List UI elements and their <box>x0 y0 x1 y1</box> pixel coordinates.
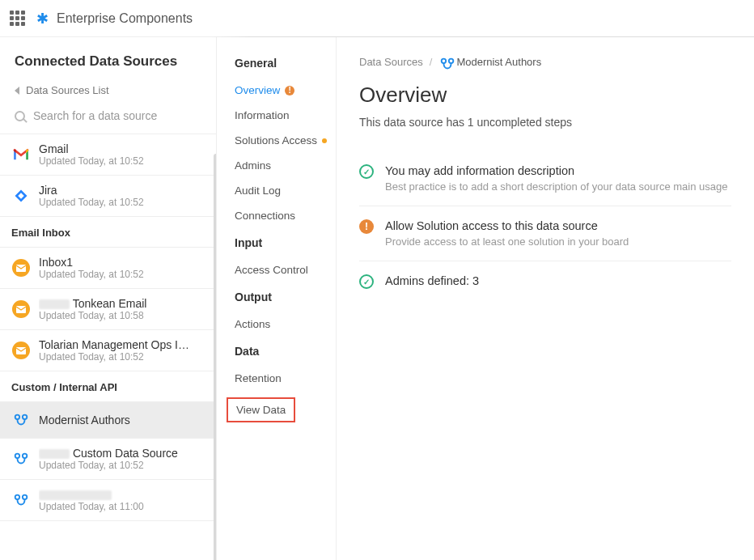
nav-overview[interactable]: Overview ! <box>235 78 336 103</box>
warning-badge-icon: ! <box>285 86 294 95</box>
content: Data Sources / Modernist Authors Overvie… <box>337 37 754 560</box>
breadcrumb-root[interactable]: Data Sources <box>359 56 423 68</box>
search-row <box>0 104 216 134</box>
ds-item-meta: Updated Today, at 10:52 <box>39 197 144 208</box>
check-icon <box>359 164 374 179</box>
nav-view-data[interactable]: View Data <box>235 391 336 429</box>
back-link[interactable]: Data Sources List <box>0 79 216 104</box>
page-title: Overview <box>359 83 731 108</box>
nav-information[interactable]: Information <box>235 103 336 128</box>
chevron-left-icon <box>15 87 19 95</box>
left-sidebar: Connected Data Sources Data Sources List… <box>0 37 217 560</box>
ds-item-meta: Updated Today, at 10:52 <box>39 155 144 167</box>
nav-solutions-access[interactable]: Solutions Access <box>235 128 336 153</box>
ds-item-name: Gmail <box>39 142 144 155</box>
step-title: You may add information description <box>385 164 727 177</box>
step-desc: Provide access to at least one solution … <box>385 235 629 248</box>
ds-item-inbox1[interactable]: Inbox1 Updated Today, at 10:52 <box>0 248 216 289</box>
nav-audit-log[interactable]: Audit Log <box>235 178 336 203</box>
svg-point-4 <box>23 415 28 420</box>
svg-point-9 <box>442 59 447 64</box>
ds-item-name: Custom Data Source <box>39 447 178 460</box>
svg-point-3 <box>15 415 20 420</box>
api-icon <box>438 55 451 68</box>
redacted-text <box>39 449 70 459</box>
breadcrumb-current: Modernist Authors <box>456 56 541 68</box>
topbar: ✱ Enterprise Components <box>0 0 754 37</box>
ds-item-meta: Updated Today, at 10:52 <box>39 460 178 471</box>
ds-item-name: Tonkean Email <box>39 297 146 310</box>
nav-section-data: Data <box>235 345 336 358</box>
api-icon <box>11 410 31 430</box>
nav-retention[interactable]: Retention <box>235 366 336 391</box>
nav-section-general: General <box>235 57 336 70</box>
group-email-inbox: Email Inbox <box>0 217 216 248</box>
dot-badge-icon <box>322 138 327 143</box>
svg-point-5 <box>15 454 20 459</box>
back-link-label: Data Sources List <box>26 84 109 96</box>
scrollbar[interactable] <box>214 76 217 560</box>
ds-item-name: Jira <box>39 184 144 197</box>
ds-item-tonkean-email[interactable]: Tonkean Email Updated Today, at 10:58 <box>0 289 216 330</box>
page-subtitle: This data source has 1 uncompleted steps <box>359 116 731 129</box>
nav-section-input: Input <box>235 236 336 249</box>
secondary-nav: General Overview ! Information Solutions… <box>217 37 337 560</box>
ds-item-name <box>39 488 144 501</box>
search-icon <box>15 111 25 121</box>
check-icon <box>359 274 374 289</box>
jira-icon <box>11 186 31 206</box>
api-icon <box>11 490 31 510</box>
mail-icon <box>11 258 31 278</box>
ds-item-name: Inbox1 <box>39 256 144 269</box>
nav-admins[interactable]: Admins <box>235 153 336 178</box>
ds-item-gmail[interactable]: Gmail Updated Today, at 10:52 <box>0 134 216 176</box>
step-admins-defined[interactable]: Admins defined: 3 <box>359 261 731 303</box>
ds-item-redacted[interactable]: Updated Today, at 11:00 <box>0 480 216 521</box>
svg-point-7 <box>15 495 20 500</box>
sidebar-title: Connected Data Sources <box>0 37 216 79</box>
search-input[interactable] <box>33 109 201 122</box>
ds-item-modernist-authors[interactable]: Modernist Authors <box>0 402 216 439</box>
group-custom-api: Custom / Internal API <box>0 371 216 402</box>
nav-access-control[interactable]: Access Control <box>235 257 336 282</box>
ds-item-name: Tolarian Management Ops I… <box>39 338 189 351</box>
breadcrumb: Data Sources / Modernist Authors <box>359 55 731 68</box>
step-title: Allow Solution access to this data sourc… <box>385 219 629 232</box>
svg-point-6 <box>23 454 28 459</box>
redacted-text <box>39 490 112 500</box>
nav-section-output: Output <box>235 291 336 303</box>
ds-item-custom-data-source[interactable]: Custom Data Source Updated Today, at 10:… <box>0 439 216 480</box>
breadcrumb-separator: / <box>430 56 433 68</box>
mail-icon <box>11 299 31 319</box>
api-icon <box>11 449 31 469</box>
ds-item-meta: Updated Today, at 10:52 <box>39 269 144 280</box>
warning-icon <box>359 219 374 234</box>
svg-point-10 <box>449 59 454 64</box>
ds-item-tolarian[interactable]: Tolarian Management Ops I… Updated Today… <box>0 330 216 371</box>
step-info-description[interactable]: You may add information description Best… <box>359 151 731 206</box>
nav-connections[interactable]: Connections <box>235 203 336 228</box>
ds-item-name: Modernist Authors <box>39 414 130 426</box>
step-solution-access[interactable]: Allow Solution access to this data sourc… <box>359 206 731 261</box>
ds-item-jira[interactable]: Jira Updated Today, at 10:52 <box>0 176 216 217</box>
ds-item-meta: Updated Today, at 11:00 <box>39 501 144 512</box>
step-title: Admins defined: 3 <box>385 274 479 287</box>
ds-item-meta: Updated Today, at 10:52 <box>39 351 189 363</box>
ds-item-meta: Updated Today, at 10:58 <box>39 310 146 321</box>
app-title: Enterprise Components <box>57 11 193 26</box>
app-launcher-icon[interactable] <box>10 11 25 26</box>
nav-actions[interactable]: Actions <box>235 312 336 337</box>
step-desc: Best practice is to add a short descript… <box>385 180 727 193</box>
redacted-text <box>39 299 70 309</box>
gmail-icon <box>11 145 31 164</box>
bug-icon: ✱ <box>36 11 49 26</box>
svg-point-8 <box>23 495 28 500</box>
mail-icon <box>11 341 31 360</box>
